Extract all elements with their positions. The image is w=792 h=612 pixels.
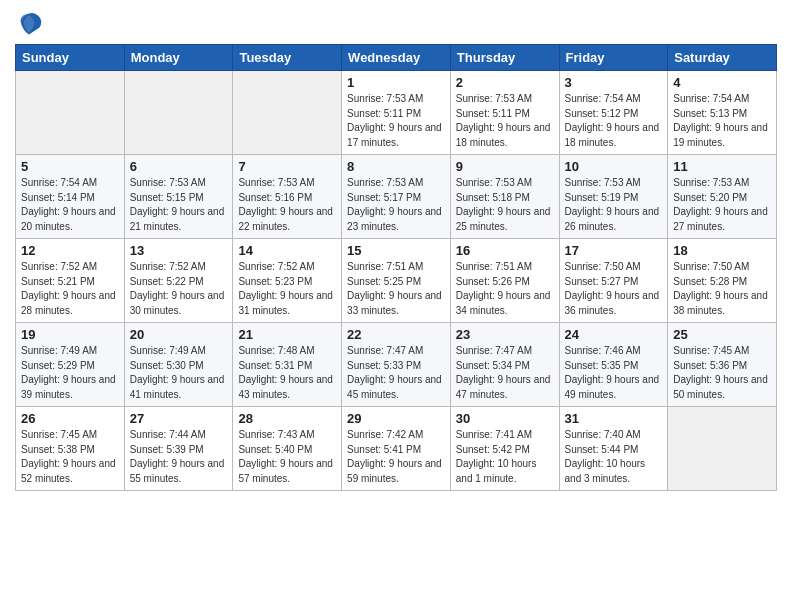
day-info: Sunrise: 7:53 AM Sunset: 5:11 PM Dayligh… — [456, 92, 554, 150]
day-info: Sunrise: 7:54 AM Sunset: 5:14 PM Dayligh… — [21, 176, 119, 234]
day-info: Sunrise: 7:45 AM Sunset: 5:36 PM Dayligh… — [673, 344, 771, 402]
day-info: Sunrise: 7:40 AM Sunset: 5:44 PM Dayligh… — [565, 428, 663, 486]
column-header-saturday: Saturday — [668, 45, 777, 71]
day-info: Sunrise: 7:42 AM Sunset: 5:41 PM Dayligh… — [347, 428, 445, 486]
day-info: Sunrise: 7:48 AM Sunset: 5:31 PM Dayligh… — [238, 344, 336, 402]
calendar-header-row: SundayMondayTuesdayWednesdayThursdayFrid… — [16, 45, 777, 71]
day-info: Sunrise: 7:52 AM Sunset: 5:21 PM Dayligh… — [21, 260, 119, 318]
calendar-week-2: 5Sunrise: 7:54 AM Sunset: 5:14 PM Daylig… — [16, 155, 777, 239]
day-info: Sunrise: 7:44 AM Sunset: 5:39 PM Dayligh… — [130, 428, 228, 486]
day-number: 6 — [130, 159, 228, 174]
column-header-friday: Friday — [559, 45, 668, 71]
day-number: 7 — [238, 159, 336, 174]
day-info: Sunrise: 7:53 AM Sunset: 5:19 PM Dayligh… — [565, 176, 663, 234]
calendar-cell — [124, 71, 233, 155]
calendar-cell: 3Sunrise: 7:54 AM Sunset: 5:12 PM Daylig… — [559, 71, 668, 155]
day-info: Sunrise: 7:51 AM Sunset: 5:25 PM Dayligh… — [347, 260, 445, 318]
calendar-cell: 5Sunrise: 7:54 AM Sunset: 5:14 PM Daylig… — [16, 155, 125, 239]
calendar-cell: 2Sunrise: 7:53 AM Sunset: 5:11 PM Daylig… — [450, 71, 559, 155]
day-number: 16 — [456, 243, 554, 258]
day-number: 29 — [347, 411, 445, 426]
calendar-week-3: 12Sunrise: 7:52 AM Sunset: 5:21 PM Dayli… — [16, 239, 777, 323]
day-info: Sunrise: 7:53 AM Sunset: 5:11 PM Dayligh… — [347, 92, 445, 150]
calendar-cell: 14Sunrise: 7:52 AM Sunset: 5:23 PM Dayli… — [233, 239, 342, 323]
calendar-cell — [668, 407, 777, 491]
calendar-cell: 29Sunrise: 7:42 AM Sunset: 5:41 PM Dayli… — [342, 407, 451, 491]
calendar-cell: 24Sunrise: 7:46 AM Sunset: 5:35 PM Dayli… — [559, 323, 668, 407]
day-info: Sunrise: 7:54 AM Sunset: 5:13 PM Dayligh… — [673, 92, 771, 150]
calendar-table: SundayMondayTuesdayWednesdayThursdayFrid… — [15, 44, 777, 491]
calendar-cell: 28Sunrise: 7:43 AM Sunset: 5:40 PM Dayli… — [233, 407, 342, 491]
header — [15, 10, 777, 38]
day-number: 5 — [21, 159, 119, 174]
day-number: 26 — [21, 411, 119, 426]
calendar-cell: 22Sunrise: 7:47 AM Sunset: 5:33 PM Dayli… — [342, 323, 451, 407]
day-number: 14 — [238, 243, 336, 258]
day-number: 27 — [130, 411, 228, 426]
day-number: 21 — [238, 327, 336, 342]
day-info: Sunrise: 7:52 AM Sunset: 5:22 PM Dayligh… — [130, 260, 228, 318]
day-number: 22 — [347, 327, 445, 342]
calendar-week-5: 26Sunrise: 7:45 AM Sunset: 5:38 PM Dayli… — [16, 407, 777, 491]
calendar-cell: 13Sunrise: 7:52 AM Sunset: 5:22 PM Dayli… — [124, 239, 233, 323]
column-header-tuesday: Tuesday — [233, 45, 342, 71]
calendar-cell — [233, 71, 342, 155]
day-number: 10 — [565, 159, 663, 174]
day-number: 24 — [565, 327, 663, 342]
day-info: Sunrise: 7:54 AM Sunset: 5:12 PM Dayligh… — [565, 92, 663, 150]
day-info: Sunrise: 7:53 AM Sunset: 5:17 PM Dayligh… — [347, 176, 445, 234]
calendar-cell: 17Sunrise: 7:50 AM Sunset: 5:27 PM Dayli… — [559, 239, 668, 323]
calendar-cell: 9Sunrise: 7:53 AM Sunset: 5:18 PM Daylig… — [450, 155, 559, 239]
calendar-cell: 21Sunrise: 7:48 AM Sunset: 5:31 PM Dayli… — [233, 323, 342, 407]
calendar-week-4: 19Sunrise: 7:49 AM Sunset: 5:29 PM Dayli… — [16, 323, 777, 407]
day-number: 23 — [456, 327, 554, 342]
day-number: 30 — [456, 411, 554, 426]
day-info: Sunrise: 7:45 AM Sunset: 5:38 PM Dayligh… — [21, 428, 119, 486]
calendar-cell: 31Sunrise: 7:40 AM Sunset: 5:44 PM Dayli… — [559, 407, 668, 491]
day-number: 15 — [347, 243, 445, 258]
day-info: Sunrise: 7:53 AM Sunset: 5:20 PM Dayligh… — [673, 176, 771, 234]
day-info: Sunrise: 7:50 AM Sunset: 5:28 PM Dayligh… — [673, 260, 771, 318]
day-info: Sunrise: 7:47 AM Sunset: 5:33 PM Dayligh… — [347, 344, 445, 402]
day-number: 20 — [130, 327, 228, 342]
day-info: Sunrise: 7:47 AM Sunset: 5:34 PM Dayligh… — [456, 344, 554, 402]
calendar-cell: 27Sunrise: 7:44 AM Sunset: 5:39 PM Dayli… — [124, 407, 233, 491]
day-info: Sunrise: 7:53 AM Sunset: 5:15 PM Dayligh… — [130, 176, 228, 234]
calendar-cell: 26Sunrise: 7:45 AM Sunset: 5:38 PM Dayli… — [16, 407, 125, 491]
day-info: Sunrise: 7:52 AM Sunset: 5:23 PM Dayligh… — [238, 260, 336, 318]
logo — [15, 10, 47, 38]
day-info: Sunrise: 7:49 AM Sunset: 5:29 PM Dayligh… — [21, 344, 119, 402]
calendar-cell: 10Sunrise: 7:53 AM Sunset: 5:19 PM Dayli… — [559, 155, 668, 239]
day-number: 17 — [565, 243, 663, 258]
calendar-cell: 11Sunrise: 7:53 AM Sunset: 5:20 PM Dayli… — [668, 155, 777, 239]
day-number: 9 — [456, 159, 554, 174]
day-info: Sunrise: 7:53 AM Sunset: 5:16 PM Dayligh… — [238, 176, 336, 234]
day-number: 13 — [130, 243, 228, 258]
day-number: 2 — [456, 75, 554, 90]
day-info: Sunrise: 7:51 AM Sunset: 5:26 PM Dayligh… — [456, 260, 554, 318]
column-header-sunday: Sunday — [16, 45, 125, 71]
calendar-cell: 4Sunrise: 7:54 AM Sunset: 5:13 PM Daylig… — [668, 71, 777, 155]
day-number: 11 — [673, 159, 771, 174]
calendar-cell: 8Sunrise: 7:53 AM Sunset: 5:17 PM Daylig… — [342, 155, 451, 239]
day-number: 25 — [673, 327, 771, 342]
calendar-container: SundayMondayTuesdayWednesdayThursdayFrid… — [0, 0, 792, 501]
calendar-cell: 7Sunrise: 7:53 AM Sunset: 5:16 PM Daylig… — [233, 155, 342, 239]
column-header-monday: Monday — [124, 45, 233, 71]
logo-icon — [15, 10, 43, 38]
day-info: Sunrise: 7:43 AM Sunset: 5:40 PM Dayligh… — [238, 428, 336, 486]
day-info: Sunrise: 7:53 AM Sunset: 5:18 PM Dayligh… — [456, 176, 554, 234]
calendar-cell: 16Sunrise: 7:51 AM Sunset: 5:26 PM Dayli… — [450, 239, 559, 323]
column-header-wednesday: Wednesday — [342, 45, 451, 71]
day-number: 12 — [21, 243, 119, 258]
calendar-cell: 30Sunrise: 7:41 AM Sunset: 5:42 PM Dayli… — [450, 407, 559, 491]
calendar-cell: 19Sunrise: 7:49 AM Sunset: 5:29 PM Dayli… — [16, 323, 125, 407]
day-number: 8 — [347, 159, 445, 174]
day-number: 1 — [347, 75, 445, 90]
calendar-cell: 23Sunrise: 7:47 AM Sunset: 5:34 PM Dayli… — [450, 323, 559, 407]
calendar-cell: 20Sunrise: 7:49 AM Sunset: 5:30 PM Dayli… — [124, 323, 233, 407]
day-number: 3 — [565, 75, 663, 90]
calendar-cell: 6Sunrise: 7:53 AM Sunset: 5:15 PM Daylig… — [124, 155, 233, 239]
day-number: 31 — [565, 411, 663, 426]
day-number: 18 — [673, 243, 771, 258]
